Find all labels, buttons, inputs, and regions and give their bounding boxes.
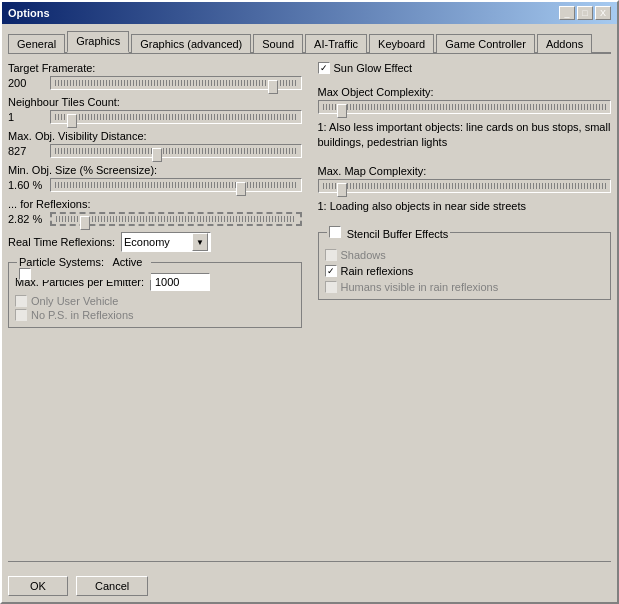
only-user-vehicle-checkbox[interactable] [15, 295, 27, 307]
close-button[interactable]: X [595, 6, 611, 20]
particle-systems-group: Particle Systems: Active Max. Particles … [8, 262, 302, 328]
ok-button[interactable]: OK [8, 576, 68, 596]
bottom-buttons: OK Cancel [8, 568, 611, 596]
stencil-checkbox[interactable] [329, 226, 341, 238]
reflexions-value: 2.82 % [8, 213, 44, 225]
reflexions-slider[interactable] [50, 212, 302, 226]
slider-track-inner [55, 182, 297, 188]
realtime-select-value: Economy [124, 236, 170, 248]
realtime-reflexions-group: Real Time Reflexions: Economy ▼ [8, 232, 302, 252]
tab-ai-traffic[interactable]: AI-Traffic [305, 34, 367, 53]
slider-thumb[interactable] [337, 183, 347, 197]
stencil-group-label: Stencil Buffer Effects [347, 228, 449, 240]
tab-graphics-advanced[interactable]: Graphics (advanced) [131, 34, 251, 53]
min-obj-row: 1.60 % [8, 178, 302, 192]
max-map-complexity-label: Max. Map Complexity: [318, 165, 612, 177]
rain-reflexions-row: Rain reflexions [325, 265, 605, 277]
max-obj-complexity-row [318, 100, 612, 114]
maximize-button[interactable]: □ [577, 6, 593, 20]
no-ps-reflexions-label: No P.S. in Reflexions [31, 309, 134, 321]
target-framerate-group: Target Framerate: 200 [8, 62, 302, 90]
particle-systems-label: Particle Systems: Active [17, 256, 151, 280]
target-framerate-value: 200 [8, 77, 44, 89]
rain-reflexions-checkbox[interactable] [325, 265, 337, 277]
reflexions-label: ... for Reflexions: [8, 198, 302, 210]
max-map-complexity-group: Max. Map Complexity: 1: Loading also obj… [318, 165, 612, 214]
no-ps-reflexions-checkbox[interactable] [15, 309, 27, 321]
slider-track-inner [56, 216, 296, 222]
max-obj-complexity-desc: 1: Also less important objects: line car… [318, 120, 612, 151]
tab-bar: General Graphics Graphics (advanced) Sou… [8, 30, 611, 54]
slider-track-inner [323, 183, 607, 189]
min-obj-label: Min. Obj. Size (% Screensize): [8, 164, 302, 176]
min-obj-value: 1.60 % [8, 179, 44, 191]
realtime-label: Real Time Reflexions: [8, 236, 115, 248]
window-title: Options [8, 7, 50, 19]
humans-label: Humans visible in rain reflexions [341, 281, 499, 293]
humans-checkbox[interactable] [325, 281, 337, 293]
neighbour-tiles-value: 1 [8, 111, 44, 123]
max-obj-complexity-slider[interactable] [318, 100, 612, 114]
shadows-checkbox[interactable] [325, 249, 337, 261]
max-obj-complexity-group: Max Object Complexity: 1: Also less impo… [318, 86, 612, 151]
title-bar-controls: _ □ X [559, 6, 611, 20]
max-map-complexity-desc: 1: Loading also objects in near side str… [318, 199, 612, 214]
slider-track-inner [323, 104, 607, 110]
tab-addons[interactable]: Addons [537, 34, 592, 53]
max-map-complexity-row [318, 179, 612, 193]
tab-sound[interactable]: Sound [253, 34, 303, 53]
right-column: Sun Glow Effect Max Object Complexity: 1… [318, 62, 612, 555]
tab-keyboard[interactable]: Keyboard [369, 34, 434, 53]
dropdown-arrow-icon[interactable]: ▼ [192, 233, 208, 251]
target-framerate-label: Target Framerate: [8, 62, 302, 74]
rain-reflexions-label: Rain reflexions [341, 265, 414, 277]
slider-track-inner [55, 148, 297, 154]
shadows-row: Shadows [325, 249, 605, 261]
target-framerate-row: 200 [8, 76, 302, 90]
sun-glow-checkbox[interactable] [318, 62, 330, 74]
min-obj-slider[interactable] [50, 178, 302, 192]
max-map-complexity-slider[interactable] [318, 179, 612, 193]
target-framerate-slider[interactable] [50, 76, 302, 90]
only-user-vehicle-row: Only User Vehicle [15, 295, 295, 307]
tab-game-controller[interactable]: Game Controller [436, 34, 535, 53]
slider-thumb[interactable] [152, 148, 162, 162]
stencil-group-label-wrapper: Stencil Buffer Effects [327, 226, 451, 240]
humans-row: Humans visible in rain reflexions [325, 281, 605, 293]
particle-active-checkbox[interactable] [19, 268, 31, 280]
visibility-slider[interactable] [50, 144, 302, 158]
reflexions-group: ... for Reflexions: 2.82 % [8, 198, 302, 226]
sun-glow-label: Sun Glow Effect [334, 62, 413, 74]
neighbour-tiles-label: Neighbour Tiles Count: [8, 96, 302, 108]
slider-thumb[interactable] [236, 182, 246, 196]
slider-thumb[interactable] [337, 104, 347, 118]
realtime-select[interactable]: Economy ▼ [121, 232, 211, 252]
min-obj-size-group: Min. Obj. Size (% Screensize): 1.60 % [8, 164, 302, 192]
visibility-value: 827 [8, 145, 44, 157]
slider-thumb[interactable] [80, 216, 90, 230]
options-window: Options _ □ X General Graphics Graphics … [0, 0, 619, 604]
dialog-content: General Graphics Graphics (advanced) Sou… [2, 24, 617, 602]
minimize-button[interactable]: _ [559, 6, 575, 20]
stencil-buffer-group: Stencil Buffer Effects Shadows Rain refl… [318, 232, 612, 300]
slider-track-inner [55, 80, 297, 86]
max-obj-complexity-label: Max Object Complexity: [318, 86, 612, 98]
sun-glow-row: Sun Glow Effect [318, 62, 612, 74]
divider [8, 561, 611, 562]
tab-graphics[interactable]: Graphics [67, 31, 129, 53]
max-particles-input[interactable] [150, 273, 210, 291]
neighbour-tiles-slider[interactable] [50, 110, 302, 124]
visibility-distance-group: Max. Obj. Visibility Distance: 827 [8, 130, 302, 158]
visibility-label: Max. Obj. Visibility Distance: [8, 130, 302, 142]
tab-general[interactable]: General [8, 34, 65, 53]
no-ps-reflexions-row: No P.S. in Reflexions [15, 309, 295, 321]
only-user-vehicle-label: Only User Vehicle [31, 295, 118, 307]
visibility-row: 827 [8, 144, 302, 158]
cancel-button[interactable]: Cancel [76, 576, 148, 596]
slider-thumb[interactable] [67, 114, 77, 128]
slider-thumb[interactable] [268, 80, 278, 94]
realtime-row: Real Time Reflexions: Economy ▼ [8, 232, 302, 252]
neighbour-tiles-group: Neighbour Tiles Count: 1 [8, 96, 302, 124]
slider-track-inner [55, 114, 297, 120]
reflexions-row: 2.82 % [8, 212, 302, 226]
